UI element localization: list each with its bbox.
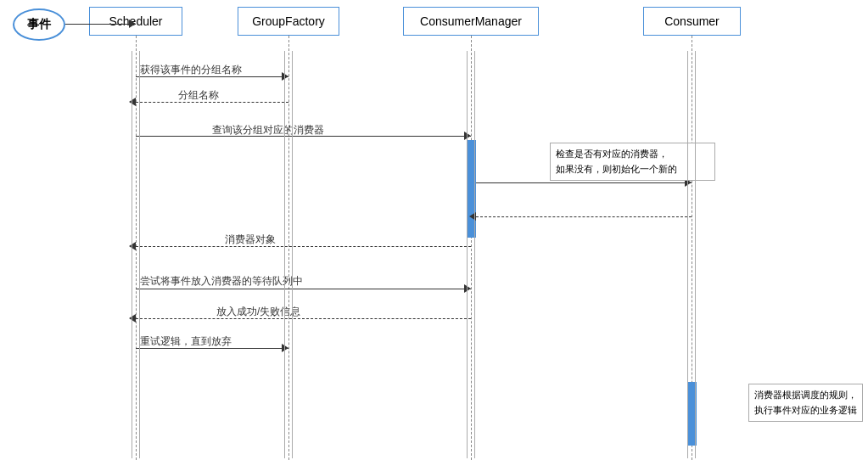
init-consumer-line (476, 182, 692, 183)
scheduler-lifeline-box (132, 51, 140, 458)
actor-groupfactory: GroupFactory (238, 7, 339, 36)
msg5-label: 尝试将事件放入消费器的等待队列中 (140, 274, 303, 289)
initial-arrow-line (65, 24, 136, 25)
init-return-line (476, 216, 692, 217)
msg6-line (136, 318, 471, 319)
consumermanager-lifeline-box (467, 51, 475, 458)
actor-scheduler: Scheduler (89, 7, 182, 36)
msg5-line (136, 289, 471, 289)
actor-event: 事件 (13, 8, 65, 41)
msg1-label: 获得该事件的分组名称 (140, 63, 242, 77)
msg7-label: 重试逻辑，直到放弃 (140, 334, 232, 349)
note-consumer-execute: 消费器根据调度的规则， 执行事件对应的业务逻辑 (748, 384, 863, 422)
initial-arrowhead (129, 20, 136, 28)
msg4-label: 消费器对象 (225, 233, 276, 247)
sequence-diagram: 事件 Scheduler GroupFactory ConsumerManage… (0, 0, 868, 460)
msg3-label: 查询该分组对应的消费器 (212, 123, 324, 137)
actor-consumermanager: ConsumerManager (403, 7, 539, 36)
actor-consumer: Consumer (643, 7, 741, 36)
msg4-line (136, 246, 471, 247)
groupfactory-lifeline-box (284, 51, 293, 458)
consumer-lifeline-box (687, 51, 696, 458)
msg2-label: 分组名称 (178, 88, 219, 103)
